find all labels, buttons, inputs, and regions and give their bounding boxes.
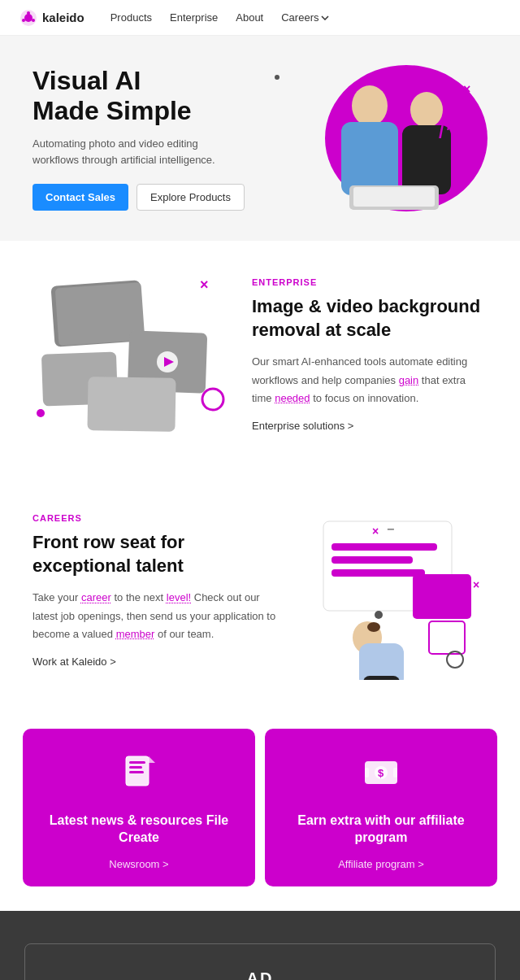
cta-card-newsroom: Latest news & resources File Create News… — [23, 729, 255, 886]
enterprise-section: × ENTERPRISE Image & video background re… — [0, 241, 520, 468]
careers-label: CAREERS — [32, 513, 284, 523]
svg-point-2 — [27, 11, 30, 15]
svg-point-23 — [37, 409, 45, 417]
nav-link-products[interactable]: Products — [110, 11, 152, 24]
nav-link-careers[interactable]: Careers — [281, 11, 329, 24]
cta-newsroom-title: Latest news & resources File Create — [39, 812, 239, 847]
svg-rect-6 — [341, 122, 398, 195]
svg-text:×: × — [473, 578, 479, 591]
svg-point-38 — [375, 611, 383, 619]
testimonial-section: ‹ AD SOME NOISE The API works like a cha… — [0, 911, 520, 980]
svg-text:−: − — [387, 522, 394, 536]
svg-rect-28 — [332, 556, 413, 564]
svg-rect-20 — [87, 377, 176, 432]
hero-title: Visual AI Made Simple — [32, 66, 260, 126]
nav-link-about[interactable]: About — [236, 11, 263, 24]
svg-point-1 — [24, 14, 32, 22]
svg-rect-48 — [393, 768, 397, 777]
svg-point-3 — [32, 19, 35, 22]
testimonial-wrapper: ‹ AD SOME NOISE The API works like a cha… — [24, 943, 496, 980]
enterprise-content: ENTERPRISE Image & video background remo… — [252, 277, 488, 431]
enterprise-label: ENTERPRISE — [252, 277, 488, 287]
svg-text:×: × — [463, 82, 470, 96]
careers-content: CAREERS Front row seat for exceptional t… — [32, 513, 284, 667]
hero-image: × / / — [260, 65, 488, 211]
svg-text:/: / — [447, 117, 451, 133]
hero-buttons: Contact Sales Explore Products — [32, 184, 260, 211]
cta-card-affiliate: $ Earn extra with our affiliate program … — [265, 729, 497, 886]
enterprise-visual: × — [32, 273, 228, 436]
svg-point-22 — [202, 389, 223, 410]
chevron-down-icon — [321, 15, 329, 20]
hero-dot-1 — [275, 75, 280, 80]
svg-point-7 — [410, 92, 443, 128]
explore-products-button[interactable]: Explore Products — [136, 184, 245, 211]
hero-illustration: × / / — [301, 65, 488, 224]
careers-desc: Take your career to the next level! Chec… — [32, 589, 284, 642]
svg-point-4 — [22, 19, 25, 22]
hero-section: Visual AI Made Simple Automating photo a… — [0, 36, 520, 241]
svg-point-34 — [367, 622, 380, 632]
enterprise-title: Image & video background removal at scal… — [252, 295, 488, 342]
cta-affiliate-link[interactable]: Affiliate program > — [338, 858, 424, 870]
logo[interactable]: kaleido — [20, 9, 84, 27]
svg-text:×: × — [200, 277, 209, 293]
enterprise-illustration: × — [32, 273, 228, 436]
enterprise-desc: Our smart AI-enhanced tools automate edi… — [252, 353, 488, 407]
testimonial-box: AD SOME NOISE The API works like a charm… — [24, 943, 496, 980]
svg-point-5 — [352, 85, 388, 126]
svg-rect-10 — [353, 187, 435, 207]
svg-rect-32 — [429, 621, 465, 654]
careers-visual: × − × — [309, 501, 488, 680]
careers-illustration: × − × — [309, 501, 488, 680]
careers-link[interactable]: Work at Kaleido > — [32, 656, 116, 668]
svg-rect-47 — [365, 768, 369, 777]
svg-rect-41 — [129, 761, 145, 764]
careers-section: CAREERS Front row seat for exceptional t… — [0, 468, 520, 712]
nav-links: Products Enterprise About Careers — [110, 11, 330, 24]
nav-link-enterprise[interactable]: Enterprise — [170, 11, 218, 24]
svg-rect-29 — [332, 569, 425, 577]
hero-text: Visual AI Made Simple Automating photo a… — [32, 66, 260, 211]
cta-affiliate-title: Earn extra with our affiliate program — [281, 812, 481, 847]
cta-newsroom-link[interactable]: Newsroom > — [109, 858, 168, 870]
hero-subtitle: Automating photo and video editing workf… — [32, 136, 244, 170]
svg-rect-36 — [363, 676, 400, 680]
svg-rect-43 — [129, 771, 144, 773]
kaleido-logo-icon — [20, 9, 37, 27]
enterprise-link[interactable]: Enterprise solutions > — [252, 420, 353, 432]
svg-text:$: $ — [378, 767, 384, 779]
svg-text:×: × — [372, 525, 379, 538]
affiliate-icon: $ — [362, 753, 401, 799]
svg-rect-42 — [129, 766, 142, 769]
hero-people-image: × / / — [301, 65, 488, 224]
testimonial-logo: AD SOME NOISE — [58, 969, 462, 980]
newsroom-icon — [119, 753, 158, 799]
careers-title: Front row seat for exceptional talent — [32, 531, 284, 577]
contact-sales-button[interactable]: Contact Sales — [32, 184, 128, 211]
svg-rect-27 — [332, 543, 437, 551]
svg-rect-30 — [413, 574, 471, 619]
svg-text:/: / — [439, 122, 444, 142]
logo-text: kaleido — [42, 11, 84, 24]
navbar: kaleido Products Enterprise About Career… — [0, 0, 520, 36]
svg-rect-35 — [359, 643, 404, 680]
cta-cards: Latest news & resources File Create News… — [0, 712, 520, 911]
